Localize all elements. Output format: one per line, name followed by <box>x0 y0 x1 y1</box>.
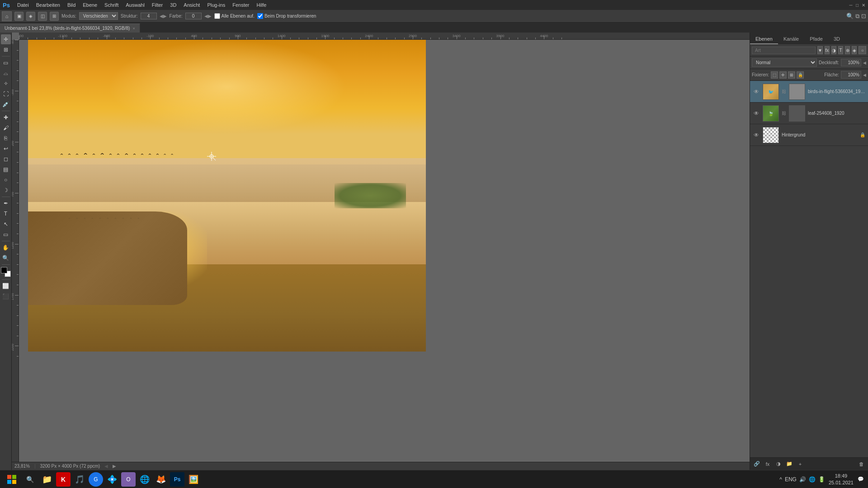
layer-search-input[interactable] <box>752 47 816 54</box>
tool-pen[interactable]: ✒ <box>1 198 11 208</box>
taskbar-search-btn[interactable]: 🔍 <box>22 471 38 488</box>
search-icon[interactable]: 🔍 <box>846 13 854 20</box>
lock-pixels-btn[interactable]: ⬚ <box>771 71 778 79</box>
taskbar-time-date[interactable]: 18:49 25.01.2021 <box>829 473 854 486</box>
menu-plugins[interactable]: Plug-ins <box>203 1 229 9</box>
menu-ansicht[interactable]: Ansicht <box>180 1 203 9</box>
tab-ebenen[interactable]: Ebenen <box>750 34 778 44</box>
lock-artboards-btn[interactable]: ⊞ <box>788 71 795 79</box>
mode-dropdown[interactable]: Verschieden <box>79 12 118 20</box>
arrange-icon[interactable]: ⧉ <box>855 13 859 20</box>
menu-hilfe[interactable]: Hilfe <box>253 1 270 9</box>
structure-input[interactable] <box>141 13 157 19</box>
tray-battery[interactable]: 🔋 <box>818 476 825 483</box>
menu-ebene[interactable]: Ebene <box>79 1 101 9</box>
tool-eyedropper[interactable]: 💉 <box>1 99 11 109</box>
tab-3d[interactable]: 3D <box>828 34 845 44</box>
taskbar-explorer[interactable]: 📁 <box>40 472 54 487</box>
tool-eraser[interactable]: ◻ <box>1 154 11 164</box>
taskbar-app3[interactable]: G <box>89 472 103 487</box>
tool-zoom[interactable]: 🔍 <box>1 253 11 263</box>
tool-gradient[interactable]: ▤ <box>1 164 11 174</box>
layer-filter-btn2[interactable]: T <box>838 46 843 54</box>
tool-option-2[interactable]: ◈ <box>26 12 35 21</box>
window-maximize[interactable]: □ <box>854 2 860 8</box>
tool-quick-mask[interactable]: ⬜ <box>1 281 11 291</box>
panel-mask-btn[interactable]: ◑ <box>774 460 783 468</box>
color-input[interactable] <box>185 13 202 19</box>
transform-checkbox[interactable] <box>257 13 263 19</box>
layer-item-bg[interactable]: 👁 Hintergrund 🔒 <box>750 124 868 146</box>
tool-option-1[interactable]: ▣ <box>14 12 24 21</box>
layer-item-birds[interactable]: 👁 ⛓ birds-in-flight-5366034_1920 <box>750 81 868 103</box>
menu-auswahl[interactable]: Auswahl <box>122 1 148 9</box>
taskbar-app5[interactable]: O <box>121 472 136 487</box>
tray-arrow[interactable]: ^ <box>779 476 782 483</box>
menu-schrift[interactable]: Schrift <box>101 1 122 9</box>
tool-option-3[interactable]: ◫ <box>38 12 47 21</box>
taskbar-app6[interactable]: 🌐 <box>137 472 152 487</box>
layer-visibility-btn-bg[interactable]: 👁 <box>753 131 760 139</box>
tab-kanaele[interactable]: Kanäle <box>778 34 804 44</box>
tool-shape[interactable]: ▭ <box>1 230 11 239</box>
taskbar-app4[interactable]: 💠 <box>105 472 119 487</box>
menu-bearbeiten[interactable]: Bearbeiten <box>33 1 64 9</box>
tool-move[interactable]: ✛ <box>1 34 11 44</box>
transform-check[interactable]: Beim Drop transformieren <box>257 13 316 19</box>
panel-link-btn[interactable]: 🔗 <box>753 460 761 468</box>
panel-new-layer-btn[interactable]: + <box>796 460 804 468</box>
menu-fenster[interactable]: Fenster <box>229 1 253 9</box>
home-button[interactable]: ⌂ <box>2 11 12 21</box>
menu-bild[interactable]: Bild <box>64 1 79 9</box>
document-tab[interactable]: Unbenannt-1 bei 23,8% (birds-in-flight-5… <box>0 23 140 33</box>
tool-screen-mode[interactable]: ⬛ <box>1 291 11 301</box>
lock-position-btn[interactable]: ✛ <box>779 71 787 79</box>
taskbar-app2[interactable]: 🎵 <box>72 472 87 487</box>
tray-network[interactable]: 🌐 <box>809 476 816 483</box>
menu-3d[interactable]: 3D <box>166 1 180 9</box>
tab-close-btn[interactable]: × <box>132 26 135 31</box>
tool-brush[interactable]: 🖌 <box>1 123 11 133</box>
taskbar-app7[interactable]: 🖼️ <box>186 472 201 487</box>
blend-mode-dropdown[interactable]: Normal <box>752 58 817 67</box>
lock-all-btn[interactable]: 🔒 <box>797 71 804 79</box>
taskbar-firefox[interactable]: 🦊 <box>154 472 168 487</box>
start-button[interactable] <box>4 471 20 488</box>
status-arrow[interactable]: ▶ <box>113 464 116 469</box>
tab-pfade[interactable]: Pfade <box>804 34 828 44</box>
tray-lang[interactable]: ENG <box>785 476 797 483</box>
layer-filter-btn4[interactable]: ◈ <box>852 46 857 54</box>
foreground-color[interactable] <box>1 267 7 273</box>
tool-healing[interactable]: ✚ <box>1 113 11 122</box>
layer-item-leaf[interactable]: 👁 ⛓ leaf-254608_1920 <box>750 103 868 124</box>
tool-path-select[interactable]: ↖ <box>1 219 11 229</box>
opacity-input[interactable] <box>841 59 861 66</box>
fill-input[interactable] <box>841 71 861 79</box>
taskbar-photoshop[interactable]: Ps <box>170 472 184 487</box>
panel-group-btn[interactable]: 📁 <box>785 460 793 468</box>
search-type-btn[interactable]: ▼ <box>817 46 823 54</box>
opacity-arrow[interactable]: ◀ <box>863 61 866 65</box>
tool-clone[interactable]: ⎘ <box>1 133 11 143</box>
fill-arrow[interactable]: ◀ <box>863 73 866 77</box>
tool-lasso[interactable]: ⌓ <box>1 68 11 78</box>
notification-btn[interactable]: 💬 <box>857 476 864 483</box>
tool-dodge[interactable]: ☽ <box>1 185 11 195</box>
canvas-container[interactable]: ⌃ ⌃ ⌃ ⌃ ⌃ ⌃ ⌃ ⌃ ⌃ ⌃ ⌃ ⌃ ⌃ <box>19 40 750 462</box>
panel-delete-btn[interactable]: 🗑 <box>857 460 865 468</box>
tool-quick-select[interactable]: ✧ <box>1 79 11 89</box>
layer-filter-toggle[interactable]: ○ <box>859 46 866 54</box>
layer-filter-btn1[interactable]: ◑ <box>831 46 836 54</box>
all-layers-checkbox[interactable] <box>214 13 220 19</box>
menu-filter[interactable]: Filter <box>148 1 166 9</box>
add-layer-effect-btn[interactable]: fx <box>825 46 830 54</box>
layer-filter-btn3[interactable]: ⊕ <box>845 46 850 54</box>
tool-marquee[interactable]: ▭ <box>1 58 11 68</box>
tool-type[interactable]: T <box>1 209 11 219</box>
tool-hand[interactable]: ✋ <box>1 243 11 253</box>
tray-volume[interactable]: 🔊 <box>799 476 806 483</box>
tool-crop[interactable]: ⛶ <box>1 89 11 99</box>
taskbar-app1[interactable]: K <box>56 472 71 487</box>
layer-visibility-btn-leaf[interactable]: 👁 <box>753 110 760 117</box>
window-close[interactable]: ✕ <box>861 2 866 8</box>
